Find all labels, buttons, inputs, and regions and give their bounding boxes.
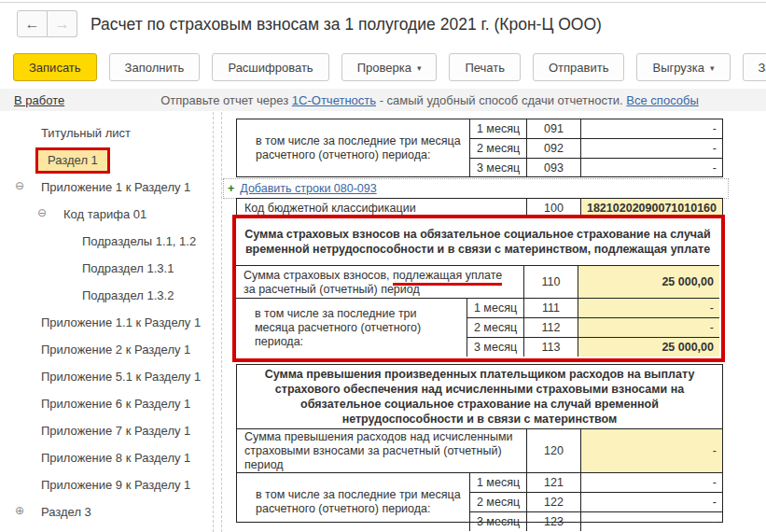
report-window: ← → Расчет по страховым взносам за 1 пол… xyxy=(0,0,766,532)
month-label: 3 месяц xyxy=(467,338,524,357)
sidebar-item-label: Приложение 2 к Разделу 1 xyxy=(41,343,190,357)
print-button[interactable]: Печать xyxy=(449,53,521,81)
sidebar-item-label: Подраздел 1.3.2 xyxy=(82,288,174,302)
sidebar-item-label: Приложение 7 к Разделу 1 xyxy=(41,424,190,438)
value-field-120[interactable]: - xyxy=(581,429,722,472)
toolbar: Записать Заполнить Расшифровать Проверка… xyxy=(13,53,766,81)
fill-button-label: Заполнить xyxy=(125,61,185,75)
value-field-111[interactable]: - xyxy=(578,299,719,317)
print-button-label: Печать xyxy=(465,61,505,75)
sidebar-item-label: Приложение 8 к Разделу 1 xyxy=(41,451,190,465)
sidebar-item-appendix-2[interactable]: Приложение 2 к Разделу 1 xyxy=(0,336,211,363)
sidebar-item-label: Титульный лист xyxy=(41,126,131,140)
sidebar-item-label: Приложение 1.1 к Разделу 1 xyxy=(41,315,201,329)
month-label: 1 месяц xyxy=(470,119,527,138)
value-field-122[interactable]: - xyxy=(581,493,722,511)
fill-button[interactable]: Заполнить xyxy=(109,53,201,81)
check-dropdown-button[interactable]: Проверка ▾ xyxy=(341,53,438,81)
load-button-label: Загрузить xyxy=(759,61,766,75)
months-group-label: в том числе за последние три месяца расч… xyxy=(237,473,470,531)
month-label: 2 месяц xyxy=(470,493,527,511)
sidebar-item-appendix-1-1[interactable]: Приложение 1.1 к Разделу 1 xyxy=(0,309,211,336)
sidebar-item-label: Код тарифа 01 xyxy=(63,207,146,221)
content-splitter[interactable] xyxy=(221,112,222,532)
row110-label: Сумма страховых взносов, подлежащая упла… xyxy=(236,266,524,298)
month-label: 2 месяц xyxy=(470,139,527,158)
report-service-link[interactable]: 1С-Отчетность xyxy=(292,93,376,107)
sidebar-item-title-page[interactable]: Титульный лист xyxy=(0,119,211,147)
back-button[interactable]: ← xyxy=(17,10,48,37)
line-code: 121 xyxy=(527,473,581,492)
value-field-091[interactable]: - xyxy=(581,119,722,138)
line-code: 093 xyxy=(527,159,581,177)
section2-block: Сумма превышения произведенных плательщи… xyxy=(236,364,723,523)
months-group-label: в том числе за последние три месяца расч… xyxy=(236,299,467,357)
add-rows-link[interactable]: Добавить строки 080-093 xyxy=(240,182,376,195)
value-field-093[interactable]: - xyxy=(581,159,722,177)
line-code: 091 xyxy=(527,119,581,138)
line-code: 092 xyxy=(527,139,581,158)
row110-label-part2: за расчетный (отчетный) период xyxy=(244,283,420,296)
annotation-red-box: Сумма страховых взносов на обязательное … xyxy=(232,215,725,362)
decode-button[interactable]: Расшифровать xyxy=(212,53,328,81)
table-row: 1 месяц 111 - xyxy=(467,299,719,318)
sidebar-item-subsection-132[interactable]: Подраздел 1.3.2 xyxy=(0,282,211,309)
value-field-113[interactable]: 25 000,00 xyxy=(578,338,719,357)
table-row: 3 месяц 123 - xyxy=(470,512,722,531)
sidebar-item-subsection-131[interactable]: Подраздел 1.3.1 xyxy=(0,255,211,282)
collapse-icon[interactable]: ⊖ xyxy=(37,206,47,219)
value-field-112[interactable]: - xyxy=(578,318,719,337)
sections-sidebar: Титульный лист Раздел 1 ⊖ Приложение 1 к… xyxy=(0,119,211,525)
back-arrow-icon: ← xyxy=(25,16,40,33)
sidebar-item-label: Приложение 5.1 к Разделу 1 xyxy=(41,370,201,384)
section1-header: Сумма страховых взносов на обязательное … xyxy=(236,218,719,266)
sidebar-item-appendix-1[interactable]: ⊖ Приложение 1 к Разделу 1 xyxy=(0,174,211,201)
forward-arrow-icon: → xyxy=(55,16,70,33)
status-message-prefix: Отправьте отчет через xyxy=(160,93,292,107)
line-code: 120 xyxy=(527,429,581,472)
line-code: 112 xyxy=(524,318,578,337)
sidebar-item-subsections-11-12[interactable]: Подразделы 1.1, 1.2 xyxy=(0,228,211,255)
table-row: 2 месяц 122 - xyxy=(470,493,722,512)
sidebar-item-appendix-7[interactable]: Приложение 7 к Разделу 1 xyxy=(0,417,211,444)
collapse-icon[interactable]: ⊖ xyxy=(15,179,24,192)
check-button-label: Проверка xyxy=(357,61,411,75)
sidebar-item-appendix-8[interactable]: Приложение 8 к Разделу 1 xyxy=(0,444,211,471)
value-field-110[interactable]: 25 000,00 xyxy=(578,266,719,298)
load-button[interactable]: Загрузить xyxy=(743,53,766,81)
sidebar-item-label: Подраздел 1.3.1 xyxy=(82,261,174,275)
decode-button-label: Расшифровать xyxy=(228,61,313,75)
history-nav: ← → xyxy=(17,10,77,37)
forward-button[interactable]: → xyxy=(48,10,77,37)
sidebar-item-appendix-5-1[interactable]: Приложение 5.1 к Разделу 1 xyxy=(0,363,211,390)
table-row: 1 месяц 121 - xyxy=(470,473,722,493)
all-ways-link[interactable]: Все способы xyxy=(626,93,698,107)
expand-icon[interactable]: ⊕ xyxy=(15,504,24,517)
table-row: 3 месяц 093 - xyxy=(470,159,722,177)
send-button-label: Отправить xyxy=(549,61,608,75)
value-field-092[interactable]: - xyxy=(581,139,722,158)
value-field-121[interactable]: - xyxy=(581,473,722,492)
sidebar-item-label: Приложение 6 к Разделу 1 xyxy=(41,397,190,411)
sidebar-item-appendix-9[interactable]: Приложение 9 к Разделу 1 xyxy=(0,471,211,498)
line-code: 111 xyxy=(524,299,578,317)
sidebar-item-label: Раздел 1 xyxy=(48,153,98,167)
save-button-label: Записать xyxy=(29,61,81,75)
add-plus-icon: + xyxy=(228,182,234,195)
send-button[interactable]: Отправить xyxy=(533,53,624,81)
sidebar-item-appendix-6[interactable]: Приложение 6 к Разделу 1 xyxy=(0,390,211,417)
sidebar-item-tariff-code-01[interactable]: ⊖ Код тарифа 01 xyxy=(0,201,211,228)
report-state-link[interactable]: В работе xyxy=(14,93,64,107)
save-button[interactable]: Записать xyxy=(13,53,97,81)
export-dropdown-button[interactable]: Выгрузка ▾ xyxy=(636,53,730,81)
month-label: 3 месяц xyxy=(470,512,527,531)
table-row: 1 месяц 091 - xyxy=(470,119,722,139)
month-label: 3 месяц xyxy=(470,159,527,177)
sidebar-item-label: Приложение 9 к Разделу 1 xyxy=(41,478,190,492)
sidebar-item-section-3[interactable]: ⊕ Раздел 3 xyxy=(0,498,211,525)
selected-item-annotation: Раздел 1 xyxy=(35,147,110,174)
sidebar-item-section-1[interactable]: Раздел 1 xyxy=(0,147,211,174)
month-label: 1 месяц xyxy=(467,299,524,317)
value-field-123[interactable]: - xyxy=(581,512,722,531)
sidebar-splitter[interactable] xyxy=(213,112,214,532)
